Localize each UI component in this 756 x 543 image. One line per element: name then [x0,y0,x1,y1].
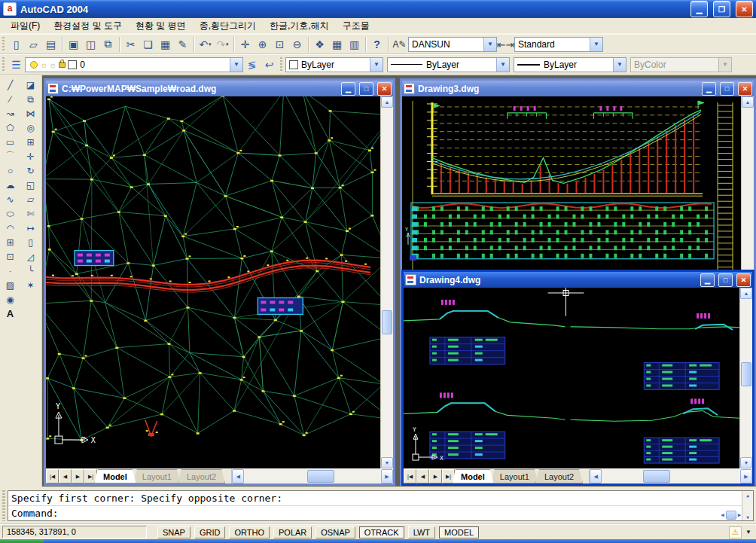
scroll-thumb[interactable] [643,470,670,483]
chevron-down-icon[interactable]: ▼ [483,38,496,51]
text-style-button[interactable]: A✎ [391,35,408,53]
point-button[interactable]: · [2,264,20,278]
layer-previous-button[interactable]: ↩ [261,56,278,73]
make-object-layer-current-button[interactable]: ≶ [243,56,261,73]
layer-manager-button[interactable]: ☰ [8,56,25,73]
tab-model[interactable]: Model [94,469,136,484]
drawing3-minimize-button[interactable]: ▁ [702,82,716,96]
start-button-sliver[interactable] [0,539,44,543]
print-preview-button[interactable]: ◫ [82,35,99,53]
trim-button[interactable]: ✄ [22,206,40,221]
scroll-up-icon[interactable]: ▲ [740,288,752,299]
tab-layout1[interactable]: Layout1 [491,469,538,484]
status-toggle-osnap[interactable]: OSNAP [316,526,355,538]
scroll-left-icon[interactable]: ◀ [721,512,724,518]
fillet-button[interactable]: ╰ [22,264,40,278]
menu-status-plan[interactable]: 현황 및 평면 [129,18,193,34]
status-toggle-snap[interactable]: SNAP [157,526,191,538]
properties-button[interactable]: ❖ [311,35,328,53]
menu-settings-tools[interactable]: 환경설정 및 도구 [47,18,129,34]
design-center-button[interactable]: ▦ [328,35,346,53]
redo-dropdown-icon[interactable]: ▾ [226,41,229,47]
restore-button[interactable]: ❐ [713,1,730,17]
scroll-thumb[interactable] [307,470,334,483]
close-button[interactable]: ✕ [736,1,753,17]
match-properties-button[interactable]: ✎ [174,35,191,53]
drawing3-close-button[interactable]: ✕ [738,82,752,96]
publish-button[interactable]: ⧉ [99,35,117,53]
drawing3-title-bar[interactable]: Drawing3.dwg ▁ □ ✕ [402,81,754,96]
scroll-right-icon[interactable]: ▶ [740,469,752,484]
command-horizontal-scrollbar[interactable]: ◀▶ [721,511,741,520]
mirror-button[interactable]: ⋈ [22,106,40,120]
scroll-down-icon[interactable]: ▼ [746,513,749,520]
tool-palettes-button[interactable]: ▥ [346,35,363,53]
road-minimize-button[interactable]: ▁ [341,82,355,96]
prev-tab-button[interactable]: ◀ [59,469,72,484]
chevron-down-icon[interactable]: ▼ [230,58,242,72]
drawing4-maximize-button[interactable]: □ [718,273,733,287]
menu-structures[interactable]: 구조물 [336,18,376,34]
copy-button[interactable]: ❏ [139,35,157,53]
toolbar-grip[interactable] [2,57,5,72]
status-toggle-otrack[interactable]: OTRACK [359,526,404,538]
ellipse-arc-button[interactable]: ◠ [2,221,20,235]
scroll-right-icon[interactable]: ▶ [381,469,393,484]
toolbar-grip[interactable] [280,57,282,72]
lineweight-combo[interactable]: ByLayer ▼ [514,57,626,72]
menu-file[interactable]: 파일(F) [4,18,47,34]
layer-on-bulb-icon[interactable] [30,61,38,69]
scroll-right-icon[interactable]: ▶ [738,512,741,518]
region-button[interactable]: ◉ [2,292,20,307]
zoom-realtime-button[interactable]: ⊕ [254,35,271,53]
arc-button[interactable]: ⌒ [2,149,20,163]
toolbar-grip[interactable] [2,37,5,52]
menu-profile-section[interactable]: 종,횡단그리기 [193,18,263,34]
linetype-combo[interactable]: ByLayer ▼ [387,57,510,72]
first-tab-button[interactable]: |◀ [46,469,59,484]
circle-button[interactable]: ○ [2,163,20,178]
communication-center-icon[interactable]: ⚠ [729,526,742,538]
rectangle-button[interactable]: ▭ [2,135,20,149]
road-title-bar[interactable]: C:₩PowerMAP₩Sample₩road.dwg ▁ □ ✕ [46,81,393,96]
hatch-button[interactable]: ▨ [2,278,20,292]
erase-button[interactable]: ◪ [22,78,40,92]
road-canvas[interactable]: YX [46,96,380,468]
status-toggle-lwt[interactable]: LWT [408,526,435,538]
open-button[interactable]: ▱ [25,35,42,53]
chevron-down-icon[interactable]: ▼ [590,38,602,51]
help-button[interactable]: ? [368,35,386,53]
first-tab-button[interactable]: |◀ [404,469,416,484]
offset-button[interactable]: ◎ [22,120,40,135]
break-button[interactable]: ▯ [22,235,40,249]
scroll-left-icon[interactable]: ◀ [590,469,602,484]
scale-button[interactable]: ◱ [22,178,40,192]
drawing4-canvas[interactable]: YX [404,288,739,468]
explode-button[interactable]: ✶ [22,278,40,292]
stretch-button[interactable]: ▱ [22,192,40,206]
command-grip[interactable] [2,490,5,521]
road-vertical-scrollbar[interactable]: ▲ ▼ [380,96,393,468]
color-combo[interactable]: ByLayer ▼ [285,57,383,72]
coordinate-readout[interactable]: 158345, 317891, 0 [2,526,147,538]
spline-button[interactable]: ∿ [2,192,20,206]
tab-layout2[interactable]: Layout2 [535,469,583,484]
extend-button[interactable]: ↦ [22,221,40,235]
undo-button[interactable]: ↶▾ [197,35,214,53]
zoom-window-button[interactable]: ⊡ [271,35,288,53]
tab-layout1[interactable]: Layout1 [133,469,181,484]
autocad-app-icon[interactable]: a [3,2,17,16]
insert-block-button[interactable]: ⊞ [2,235,20,249]
paste-button[interactable]: ▦ [157,35,174,53]
scroll-down-icon[interactable]: ▼ [381,457,393,468]
tray-arrow-icon[interactable]: ▼ [745,529,751,535]
dim-style-button[interactable]: ⇤⇥ [497,35,514,53]
print-button[interactable]: ▣ [65,35,82,53]
road-horizontal-scrollbar[interactable]: ◀ ▶ [231,469,393,484]
layer-freeze-sun-icon[interactable]: ☼ [40,60,47,69]
next-tab-button[interactable]: ▶ [72,469,84,484]
chevron-down-icon[interactable]: ▼ [496,58,509,72]
menu-hangul-symbol-hatch[interactable]: 한글,기호,해치 [263,18,336,34]
chamfer-button[interactable]: ◿ [22,249,40,264]
status-toggle-ortho[interactable]: ORTHO [229,526,270,538]
